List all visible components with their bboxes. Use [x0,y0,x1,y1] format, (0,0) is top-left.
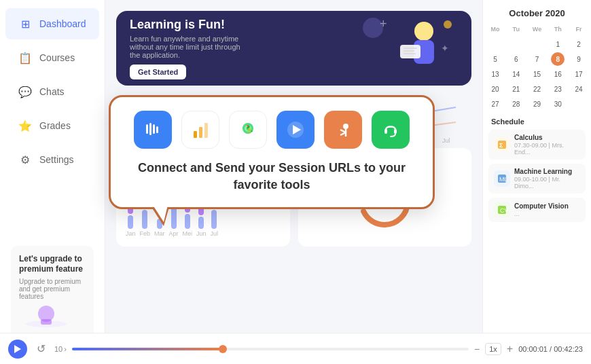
ml-title: Machine Learning [514,168,580,175]
svg-text:CV: CV [500,207,507,214]
sidebar-label-grades: Grades [39,120,71,131]
volume-minus-button[interactable]: − [474,344,480,354]
svg-text:ML: ML [499,176,507,183]
calendar-week-5: 27 28 29 30 [488,97,586,111]
progress-fill [72,348,223,350]
refresh-icon: ↺ [37,342,46,355]
svg-rect-2 [41,319,52,325]
svg-rect-30 [153,124,155,134]
cv-time: ... [514,211,569,217]
time-total: 00:42:23 [554,345,583,353]
calendar-grid: Mo Tu We Th Fr 1 2 5 6 7 8 9 13 14 15 16… [488,22,586,111]
calculus-time: 07.30-09.00 | Mrs. End... [514,142,580,156]
calendar-title: October 2020 [488,8,586,18]
sidebar-item-grades[interactable]: ⭐ Grades [5,110,99,141]
hero-subtitle: Learn fun anywhere and anytime without a… [130,35,252,59]
svg-rect-8 [404,53,416,54]
upgrade-title: Let's upgrade to premium feature [19,254,86,275]
sidebar-item-chats[interactable]: 💬 Chats [5,76,99,107]
grades-icon: ⭐ [18,118,33,133]
progress-thumb[interactable] [219,345,227,353]
calendar-week-3: 13 14 15 16 17 [488,67,586,81]
upgrade-illustration [19,300,73,327]
connect-popup: 🦜 Connect and Send your Session URLs to … [109,95,435,209]
upgrade-box: Let's upgrade to premium feature Upgrade… [11,246,94,338]
hero-text: Learning is Fun! Learn fun anywhere and … [130,18,252,79]
svg-marker-51 [14,345,21,353]
svg-text:✦: ✦ [441,43,449,54]
ml-icon: ML [494,170,510,187]
hero-title: Learning is Fun! [130,18,252,32]
hero-illustration: + ✦ [376,14,458,82]
svg-text:Jul: Jul [442,137,450,144]
sidebar-item-settings[interactable]: ⚙ Settings [5,144,99,175]
dashboard-icon: ⊞ [18,16,33,31]
svg-rect-28 [146,124,148,134]
speed-button[interactable]: 1x [485,343,501,355]
cv-icon: CV [494,202,510,218]
sidebar-label-chats: Chats [39,86,65,97]
sidebar-label-courses: Courses [39,52,75,63]
ml-time: 09.00-10.00 | Mr. Dimo... [514,176,580,189]
progress-track[interactable] [72,348,469,350]
play-button[interactable] [8,340,27,359]
calculus-icon: Σ [494,136,510,153]
svg-rect-33 [194,131,197,138]
ml-info: Machine Learning 09.00-10.00 | Mr. Dimo.… [514,168,580,189]
svg-rect-29 [149,123,151,135]
hubspot-icon [324,111,362,149]
calculus-title: Calculus [514,134,580,141]
sidebar-item-dashboard[interactable]: ⊞ Dashboard [5,8,99,39]
powerbi-icon [181,111,219,149]
hero-banner: Learning is Fun! Learn fun anywhere and … [116,11,471,86]
skip-label: 10 [54,345,62,353]
calculus-info: Calculus 07.30-09.00 | Mrs. End... [514,134,580,156]
sidebar-label-dashboard: Dashboard [39,18,86,29]
svg-point-44 [343,124,348,129]
svg-text:🦜: 🦜 [245,124,254,133]
svg-rect-31 [156,126,158,133]
bottom-bar: ↺ 10 › − 1x + 00:00:01 / 00:42:23 [0,333,591,364]
bar-blue [128,215,133,229]
calendar-header-row: Mo Tu We Th Fr [488,22,586,36]
volume-plus-button[interactable]: + [507,343,513,355]
svg-rect-34 [199,127,202,138]
upgrade-description: Upgrade to premium and get premium featu… [19,278,86,300]
popup-icons-row: 🦜 [131,111,412,149]
svg-rect-49 [384,129,387,134]
skip-forward-icon: › [64,345,67,353]
get-started-button[interactable]: Get Started [130,65,186,79]
skip-button[interactable]: 10 › [54,345,67,353]
right-panel: October 2020 Mo Tu We Th Fr 1 2 5 6 7 8 … [482,0,591,333]
chats-icon: 💬 [18,84,33,99]
producthunt-icon [276,111,315,149]
refresh-button[interactable]: ↺ [33,341,49,357]
parrot-icon: 🦜 [229,111,267,149]
svg-rect-6 [404,48,417,49]
svg-point-3 [414,22,433,41]
svg-rect-7 [404,50,414,52]
svg-rect-48 [378,117,403,142]
settings-icon: ⚙ [18,152,33,167]
calendar-week-1: 1 2 [488,37,586,51]
svg-rect-50 [394,129,397,134]
cv-info: Computer Vision ... [514,202,569,217]
schedule-label: Schedule [491,117,586,126]
time-display: 00:00:01 / 00:42:23 [518,345,583,353]
play-icon [14,344,22,354]
sidebar: ⊞ Dashboard 📋 Courses 💬 Chats ⭐ Grades ⚙… [0,0,105,364]
intercom-icon [134,111,172,149]
schedule-item-calculus: Σ Calculus 07.30-09.00 | Mrs. End... [488,130,586,160]
svg-point-11 [444,20,452,29]
sidebar-item-courses[interactable]: 📋 Courses [5,42,99,73]
time-current: 00:00:01 [518,345,548,353]
headset-icon [372,111,410,149]
calendar-week-4: 20 21 22 23 24 [488,82,586,96]
cv-title: Computer Vision [514,202,569,210]
schedule-item-cv: CV Computer Vision ... [488,198,586,222]
svg-rect-35 [204,123,208,138]
sidebar-label-settings: Settings [39,154,74,165]
svg-text:+: + [380,17,387,31]
schedule-item-ml: ML Machine Learning 09.00-10.00 | Mr. Di… [488,164,586,194]
svg-rect-43 [331,117,355,142]
